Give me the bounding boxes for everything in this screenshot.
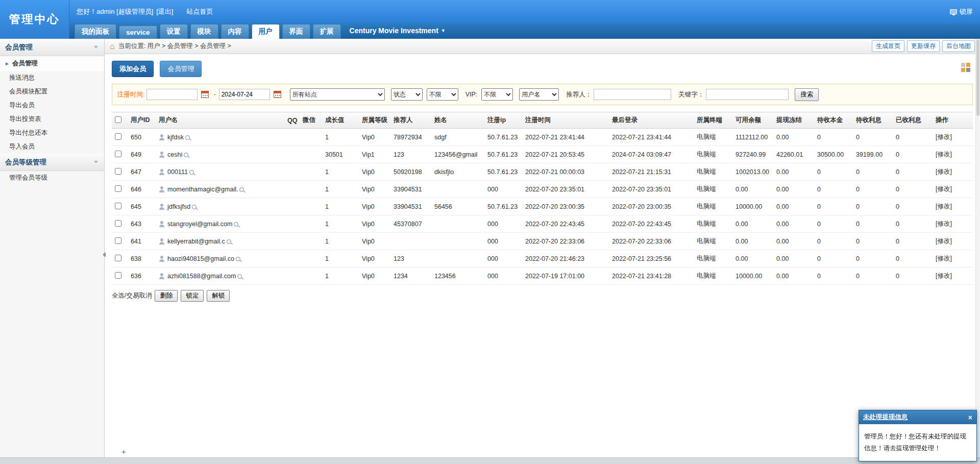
- row-checkbox[interactable]: [115, 237, 121, 244]
- logout-link[interactable]: [退出]: [156, 7, 173, 16]
- cell-action: [修改]: [934, 181, 973, 198]
- zoom-in-icon[interactable]: [236, 257, 240, 261]
- nav-tab-content[interactable]: 内容: [221, 24, 249, 39]
- popup-header[interactable]: 未处理提现信息 ×: [859, 410, 976, 424]
- cell-frozen: 0.00: [775, 215, 816, 233]
- edit-link[interactable]: [修改]: [936, 185, 952, 192]
- row-checkbox[interactable]: [115, 168, 121, 175]
- zoom-in-icon[interactable]: [237, 274, 242, 279]
- nav-tab-interface[interactable]: 界面: [282, 24, 310, 39]
- scrollbar-thumb[interactable]: [976, 39, 979, 116]
- site-select[interactable]: 所有站点: [290, 88, 385, 101]
- sidebar-item-export-interest-principal[interactable]: 导出付息还本: [0, 126, 104, 140]
- close-icon[interactable]: ×: [968, 414, 972, 421]
- site-switcher[interactable]: Century Movie Investment ▼: [350, 27, 446, 36]
- batch-delete-button[interactable]: 删除: [155, 290, 178, 302]
- batch-lock-button[interactable]: 锁定: [181, 290, 204, 302]
- search-field-select[interactable]: 用户名: [519, 88, 559, 101]
- username-text: momenthamagic@gmail.: [167, 186, 238, 193]
- sidebar-item-member-manage[interactable]: ► 会员管理: [0, 56, 104, 71]
- referrer-input[interactable]: [594, 89, 671, 100]
- keyword-input[interactable]: [706, 89, 789, 100]
- select-all-label[interactable]: 全选/交易取消: [112, 291, 152, 300]
- nav-tab-modules[interactable]: 模块: [190, 24, 218, 39]
- status-limit-select[interactable]: 不限: [427, 88, 458, 101]
- sidebar-item-export-members[interactable]: 导出会员: [0, 99, 104, 112]
- edit-link[interactable]: [修改]: [936, 168, 952, 175]
- table-row: 6470001111Vip050920198dkisfjlo50.7.61.23…: [112, 163, 973, 181]
- column-header: 成长值: [324, 112, 360, 129]
- edit-link[interactable]: [修改]: [936, 272, 952, 279]
- site-name: Century Movie Investment: [350, 27, 438, 35]
- lock-screen-button[interactable]: 锁屏: [950, 7, 980, 16]
- expand-handle[interactable]: +: [121, 447, 126, 456]
- search-button[interactable]: 搜索: [795, 88, 819, 101]
- row-checkbox[interactable]: [115, 203, 121, 209]
- cell-referrer: 50920198: [392, 163, 433, 181]
- sidebar-item-import-members[interactable]: 导入会员: [0, 140, 104, 154]
- sidebar-item-push-message[interactable]: 推送消息: [0, 71, 104, 85]
- cell-qq: [286, 215, 301, 233]
- row-checkbox[interactable]: [115, 185, 121, 192]
- zoom-in-icon[interactable]: [234, 222, 238, 227]
- row-checkbox[interactable]: [115, 255, 121, 261]
- cell-id: 641: [129, 233, 157, 250]
- calendar-icon[interactable]: [274, 91, 281, 98]
- row-checkbox[interactable]: [115, 151, 121, 157]
- edit-link[interactable]: [修改]: [936, 220, 952, 227]
- sidebar-section-member-levels[interactable]: 会员等级管理: [0, 154, 104, 171]
- sidebar-item-member-module-config[interactable]: 会员模块配置: [0, 85, 104, 99]
- status-select[interactable]: 状态: [391, 88, 423, 101]
- date-to-input[interactable]: [219, 89, 270, 100]
- site-home-link[interactable]: 站点首页: [186, 7, 213, 16]
- member-manage-button[interactable]: 会员管理: [160, 61, 202, 77]
- add-member-button[interactable]: 添加会员: [112, 61, 154, 77]
- zoom-in-icon[interactable]: [227, 239, 231, 244]
- nav-tab-extensions[interactable]: 扩展: [313, 24, 341, 39]
- row-checkbox[interactable]: [115, 220, 121, 227]
- view-toggle-icon[interactable]: [961, 62, 971, 75]
- cell-level: Vip0: [360, 250, 392, 267]
- cell-qq: [286, 129, 301, 146]
- vip-select[interactable]: 不限: [481, 88, 513, 101]
- sidebar-item-export-invest-table[interactable]: 导出投资表: [0, 112, 104, 126]
- sidebar-section-member-manage[interactable]: 会员管理: [0, 39, 104, 56]
- cell-qq: [286, 267, 301, 285]
- zoom-in-icon[interactable]: [185, 135, 190, 140]
- sidebar-collapse-handle[interactable]: [103, 252, 106, 257]
- zoom-in-icon[interactable]: [184, 153, 188, 157]
- nav-tab-users[interactable]: 用户: [252, 24, 280, 39]
- breadcrumb-bar: ⌂ 当前位置: 用户 > 会员管理 > 会员管理 > 生成首页 更新缓存 后台地…: [105, 39, 980, 54]
- zoom-in-icon[interactable]: [192, 205, 197, 209]
- cell-pending-interest: 0: [854, 181, 894, 198]
- edit-link[interactable]: [修改]: [936, 151, 952, 158]
- zoom-in-icon[interactable]: [189, 170, 194, 175]
- cell-id: 643: [129, 215, 157, 233]
- quick-action-update-cache[interactable]: 更新缓存: [907, 40, 940, 52]
- edit-link[interactable]: [修改]: [936, 203, 952, 210]
- nav-tab-my-panel[interactable]: 我的面板: [75, 24, 116, 39]
- nav-tab-settings[interactable]: 设置: [160, 24, 188, 39]
- batch-unlock-button[interactable]: 解锁: [207, 290, 230, 302]
- quick-action-generate-home[interactable]: 生成首页: [872, 40, 904, 52]
- date-from-input[interactable]: [146, 89, 198, 100]
- quick-action-admin-map[interactable]: 后台地图: [942, 40, 975, 52]
- vertical-scrollbar[interactable]: [975, 39, 980, 457]
- toolbar: 添加会员 会员管理: [112, 61, 973, 77]
- zoom-in-icon[interactable]: [239, 187, 244, 192]
- select-all-checkbox[interactable]: [115, 116, 121, 123]
- sidebar-item-manage-levels[interactable]: 管理会员等级: [0, 171, 104, 185]
- nav-tab-service[interactable]: service: [119, 26, 157, 39]
- cell-terminal: 电脑端: [695, 267, 734, 285]
- cell-pending-principal: 0: [816, 233, 854, 250]
- edit-link[interactable]: [修改]: [936, 237, 952, 245]
- cell-wechat: [301, 250, 324, 267]
- row-checkbox[interactable]: [115, 133, 121, 140]
- calendar-icon[interactable]: [201, 91, 209, 98]
- row-checkbox[interactable]: [115, 272, 121, 279]
- cell-wechat: [301, 181, 324, 198]
- cell-wechat: [301, 215, 324, 233]
- filter-bar: 注册时间: - 所有站点 状态 不限 VIP: 不限 用户名 推荐人： 关键字：: [112, 84, 973, 105]
- edit-link[interactable]: [修改]: [936, 133, 952, 140]
- edit-link[interactable]: [修改]: [936, 255, 952, 262]
